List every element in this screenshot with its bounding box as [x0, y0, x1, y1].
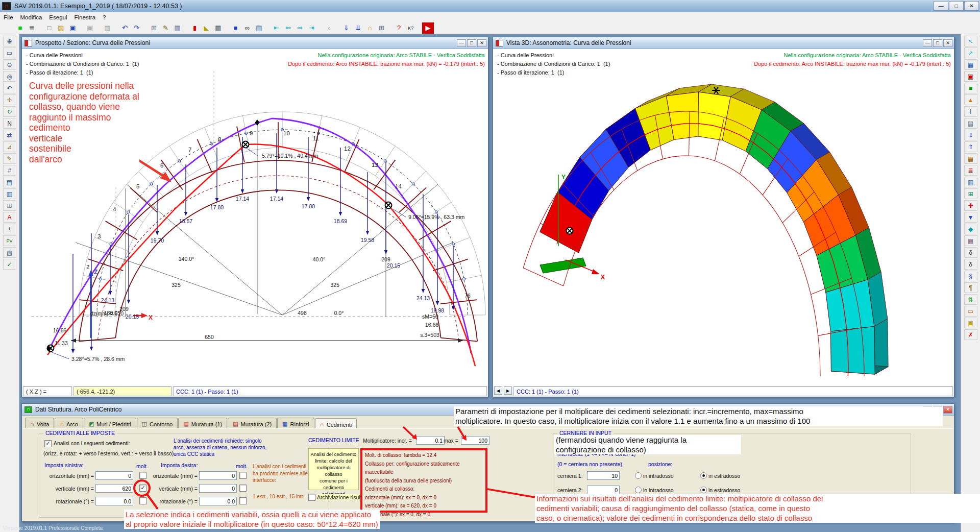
verticale-sx-input[interactable] [95, 484, 133, 493]
polygon-button[interactable]: ◣ [201, 22, 212, 34]
molt-verticale-dx-checkbox[interactable] [239, 485, 247, 492]
zoom-extents-button[interactable]: ◎ [3, 71, 16, 82]
view-green-button[interactable]: ■ [964, 83, 977, 93]
table-a-button[interactable]: ▦ [964, 153, 977, 164]
swap-ud-button[interactable]: ⇅ [964, 294, 977, 305]
info-button[interactable]: i [964, 106, 977, 117]
redo-button[interactable]: ↷ [131, 22, 142, 34]
measure-button[interactable]: ⊿ [3, 141, 16, 152]
edit-button[interactable]: ✎ [160, 22, 172, 34]
dati-close-button[interactable]: ✕ [943, 406, 952, 414]
arrows-down-button[interactable]: ⇊ [352, 22, 364, 34]
maximize-button[interactable]: □ [949, 1, 964, 11]
view-iso-button[interactable]: ▲ [964, 94, 977, 105]
menu-[interactable]: ? [99, 13, 109, 21]
table-green-button[interactable]: ⊞ [964, 188, 977, 199]
flag-button[interactable]: ▮ [189, 22, 201, 34]
annotate-button[interactable]: ✎ [3, 153, 16, 164]
orizzontale-sx-input[interactable] [95, 471, 133, 480]
zoom-prev-button[interactable]: ↶ [3, 83, 16, 93]
analisi-cedimenti-checkbox[interactable]: ✓ [44, 440, 52, 447]
menu-esegui[interactable]: Esegui [45, 13, 70, 21]
arrow-down-button[interactable]: ⇓ [340, 22, 352, 34]
menu-file[interactable]: File [0, 13, 17, 21]
swap-view-button[interactable]: ⇄ [3, 130, 16, 140]
grid-tool-button[interactable]: ⊞ [376, 22, 387, 34]
nav-first-button[interactable]: ⇤ [271, 22, 282, 34]
list-button[interactable]: ▤ [964, 118, 977, 129]
cerniera2-input[interactable] [587, 486, 620, 494]
incr-input[interactable] [416, 436, 445, 445]
youtube-button[interactable]: ▶ [422, 22, 434, 34]
save-disabled-button[interactable]: ▣ [84, 22, 96, 34]
check-button[interactable]: ✓ [3, 259, 16, 270]
redraw-button[interactable]: ↻ [3, 106, 16, 117]
nav-next-button[interactable]: ⇒ [294, 22, 306, 34]
project-tree-button[interactable]: ≣ [26, 22, 38, 34]
help-button[interactable]: ? [393, 22, 405, 34]
zoom-in-button[interactable]: ⊕ [3, 36, 16, 46]
cerniera1-intradosso-radio[interactable] [635, 472, 642, 479]
max-input[interactable] [461, 436, 489, 445]
cerniera1-estradosso-radio[interactable] [700, 472, 707, 479]
delta-2-button[interactable]: δ [964, 259, 977, 270]
layers-2-button[interactable]: ▥ [3, 188, 16, 199]
zoom-out-button[interactable]: ⊖ [3, 59, 16, 70]
table-blue-button[interactable]: ▥ [964, 177, 977, 187]
up-button[interactable]: ⇑ [964, 141, 977, 152]
rotate-right-button[interactable]: ↗ [964, 47, 977, 58]
molt-rotazionale-dx-checkbox[interactable] [239, 497, 247, 504]
close-button[interactable]: ✕ [964, 1, 979, 11]
cerniera2-intradosso-radio[interactable] [635, 487, 642, 493]
delta-1-button[interactable]: δ [964, 247, 977, 258]
view-glasses-button[interactable]: ∞ [241, 22, 253, 34]
step-small-button[interactable]: ‹ [323, 22, 335, 34]
run-button[interactable]: ■ [14, 22, 26, 34]
para-button[interactable]: ¶ [964, 282, 977, 293]
close-x-button[interactable]: ✗ [964, 329, 977, 340]
prospetto-close-button[interactable]: ✕ [477, 39, 486, 47]
menu-modifica[interactable]: Modifica [17, 13, 46, 21]
cerniera1-input[interactable] [587, 471, 620, 480]
cerniera2-estradosso-radio[interactable] [700, 487, 707, 493]
sect-button[interactable]: § [964, 271, 977, 281]
pan-button[interactable]: ✛ [3, 94, 16, 105]
scroll-left-button[interactable]: ◀ [494, 386, 502, 395]
save-button[interactable]: ▣ [67, 22, 79, 34]
results-button[interactable]: ■ [230, 22, 241, 34]
vista3d-close-button[interactable]: ✕ [943, 39, 952, 47]
print-button[interactable]: ▥ [102, 22, 113, 34]
undo-button[interactable]: ↶ [119, 22, 131, 34]
vista3d-maximize-button[interactable]: □ [933, 39, 942, 47]
orizzontale-dx-input[interactable] [199, 471, 237, 480]
drop-button[interactable]: ▼ [964, 212, 977, 223]
plus-minus-button[interactable]: ± [3, 224, 16, 234]
grid-button[interactable]: # [3, 165, 16, 176]
view-grid-button[interactable]: ▦ [964, 59, 977, 70]
table-red-button[interactable]: ≣ [964, 165, 977, 176]
rect-button[interactable]: ▭ [964, 306, 977, 317]
rotazionale-sx-input[interactable] [95, 497, 133, 505]
open-folder-button[interactable]: ▨ [55, 22, 67, 34]
view-solid-button[interactable]: ▣ [964, 71, 977, 82]
report-button[interactable]: ▤ [253, 22, 265, 34]
scroll-right-button[interactable]: ▶ [504, 386, 512, 395]
vista3d-titlebar[interactable]: Vista 3D: Assonometria: Curva delle Pres… [493, 37, 954, 49]
nav-last-button[interactable]: ⇥ [306, 22, 317, 34]
pv-button[interactable]: PV [3, 235, 16, 246]
data-table-button[interactable]: ▦ [172, 22, 183, 34]
prospetto-titlebar[interactable]: Prospetto / Sezione: Curva delle Pressio… [22, 37, 488, 49]
down-button[interactable]: ⇓ [964, 130, 977, 140]
plus-red-button[interactable]: ✚ [964, 200, 977, 211]
hatch-button[interactable]: ▧ [3, 247, 16, 258]
archiviazione-checkbox[interactable] [308, 494, 315, 501]
layers-1-button[interactable]: ▤ [3, 177, 16, 187]
menu-finestra[interactable]: Finestra [71, 13, 100, 21]
copy-button[interactable]: ⊞ [148, 22, 160, 34]
prospetto-minimize-button[interactable]: — [457, 39, 466, 47]
vista3d-minimize-button[interactable]: — [923, 39, 932, 47]
new-file-button[interactable]: □ [43, 22, 55, 34]
gem-button[interactable]: ◆ [964, 224, 977, 234]
molt-orizzontale-dx-checkbox[interactable] [239, 472, 247, 479]
arc-tool-button[interactable]: ∩ [364, 22, 376, 34]
